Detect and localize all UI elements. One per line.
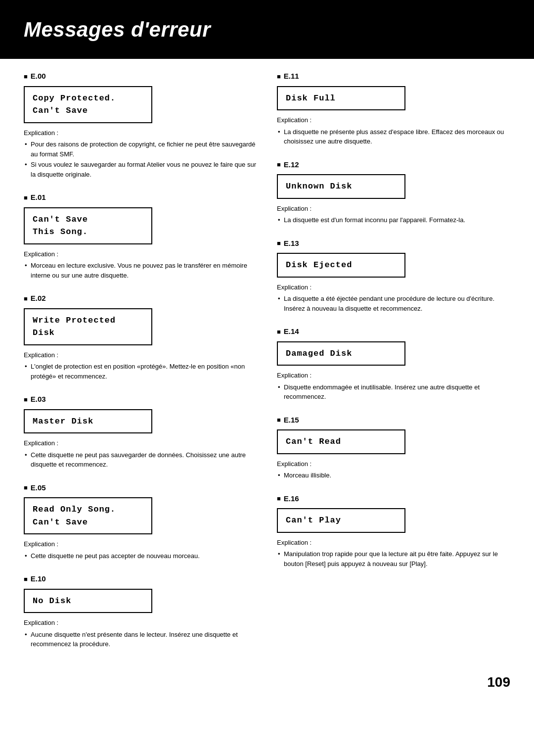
error-section-e12: E.12Unknown DiskExplication :La disquett… [277, 159, 510, 227]
explanation-list: La disquette a été éjectée pendant une p… [277, 294, 510, 313]
lcd-display: Can't Read [277, 429, 405, 454]
section-label: E.14 [277, 326, 510, 337]
explanation-list: L'onglet de protection est en position «… [24, 362, 257, 381]
lcd-display: Copy Protected.Can't Save [24, 86, 152, 123]
lcd-display: Can't SaveThis Song. [24, 207, 152, 244]
error-section-e03: E.03Master DiskExplication :Cette disque… [24, 394, 257, 472]
explanation-list: Manipulation trop rapide pour que la lec… [277, 549, 510, 568]
left-column: E.00Copy Protected.Can't SaveExplication… [24, 71, 257, 662]
section-label: E.02 [24, 293, 257, 304]
lcd-display: No Disk [24, 589, 152, 614]
explication-label: Explication : [24, 539, 257, 549]
explication-label: Explication : [277, 283, 510, 292]
error-section-e00: E.00Copy Protected.Can't SaveExplication… [24, 71, 257, 181]
lcd-display: Damaged Disk [277, 341, 405, 366]
section-label: E.13 [277, 238, 510, 249]
explanation-item: Cette disquette ne peut pas accepter de … [24, 551, 257, 561]
lcd-display: Disk Ejected [277, 253, 405, 278]
error-section-e14: E.14Damaged DiskExplication :Disquette e… [277, 326, 510, 404]
error-section-e15: E.15Can't ReadExplication :Morceau illis… [277, 415, 510, 482]
explication-label: Explication : [24, 618, 257, 628]
lcd-display: Read Only Song.Can't Save [24, 497, 152, 534]
lcd-display: Can't Play [277, 508, 405, 533]
section-label: E.12 [277, 159, 510, 171]
explication-label: Explication : [277, 204, 510, 214]
page-title: Messages d'erreur [24, 14, 510, 45]
section-label: E.16 [277, 493, 510, 505]
explanation-item: La disquette a été éjectée pendant une p… [277, 294, 510, 313]
explanation-list: La disquette ne présente plus assez d'es… [277, 127, 510, 146]
error-section-e11: E.11Disk FullExplication :La disquette n… [277, 71, 510, 148]
explanation-item: Morceau illisible. [277, 471, 510, 480]
error-section-e02: E.02Write ProtectedDiskExplication :L'on… [24, 293, 257, 383]
explanation-list: Cette disquette ne peut pas sauvegarder … [24, 450, 257, 470]
section-label: E.00 [24, 71, 257, 82]
explanation-item: Disquette endommagée et inutilisable. In… [277, 382, 510, 402]
section-label: E.15 [277, 415, 510, 426]
explanation-item: La disquette ne présente plus assez d'es… [277, 127, 510, 146]
explanation-list: Morceau en lecture exclusive. Vous ne po… [24, 261, 257, 280]
lcd-display: Write ProtectedDisk [24, 308, 152, 345]
explanation-item: Pour des raisons de protection de copyri… [24, 140, 257, 159]
explanation-item: Manipulation trop rapide pour que la lec… [277, 549, 510, 568]
error-section-e10: E.10No DiskExplication :Aucune disquette… [24, 573, 257, 651]
lcd-display: Unknown Disk [277, 174, 405, 199]
explanation-list: Disquette endommagée et inutilisable. In… [277, 382, 510, 402]
explanation-item: Aucune disquette n'est présente dans le … [24, 630, 257, 649]
explanation-item: Cette disquette ne peut pas sauvegarder … [24, 450, 257, 470]
explanation-list: Pour des raisons de protection de copyri… [24, 140, 257, 179]
explication-label: Explication : [24, 350, 257, 360]
explanation-item: La disquette est d'un format inconnu par… [277, 215, 510, 225]
section-label: E.11 [277, 71, 510, 82]
error-section-e13: E.13Disk EjectedExplication :La disquett… [277, 238, 510, 316]
explanation-item: Morceau en lecture exclusive. Vous ne po… [24, 261, 257, 280]
page-number: 109 [0, 662, 534, 698]
right-column: E.11Disk FullExplication :La disquette n… [277, 71, 510, 662]
main-content: E.00Copy Protected.Can't SaveExplication… [0, 71, 534, 662]
page-header: Messages d'erreur [0, 0, 534, 59]
explication-label: Explication : [24, 128, 257, 138]
explication-label: Explication : [24, 249, 257, 259]
explanation-item: Si vous voulez le sauvegarder au format … [24, 160, 257, 179]
explication-label: Explication : [277, 371, 510, 380]
explication-label: Explication : [277, 538, 510, 548]
explication-label: Explication : [277, 459, 510, 469]
error-section-e01: E.01Can't SaveThis Song.Explication :Mor… [24, 192, 257, 282]
explication-label: Explication : [24, 438, 257, 448]
lcd-display: Disk Full [277, 86, 405, 111]
section-label: E.05 [24, 482, 257, 494]
error-section-e16: E.16Can't PlayExplication :Manipulation … [277, 493, 510, 571]
explanation-list: Cette disquette ne peut pas accepter de … [24, 551, 257, 561]
error-section-e05: E.05Read Only Song.Can't SaveExplication… [24, 482, 257, 563]
explanation-item: L'onglet de protection est en position «… [24, 362, 257, 381]
explication-label: Explication : [277, 115, 510, 125]
explanation-list: Aucune disquette n'est présente dans le … [24, 630, 257, 649]
lcd-display: Master Disk [24, 409, 152, 434]
explanation-list: La disquette est d'un format inconnu par… [277, 215, 510, 225]
explanation-list: Morceau illisible. [277, 471, 510, 480]
section-label: E.01 [24, 192, 257, 203]
section-label: E.10 [24, 573, 257, 585]
section-label: E.03 [24, 394, 257, 405]
